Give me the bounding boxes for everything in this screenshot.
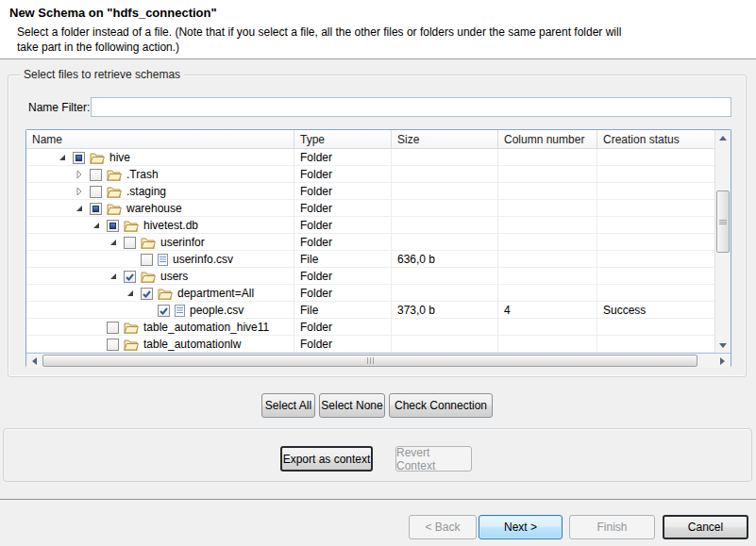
column-header-column-number[interactable]: Column number <box>504 130 584 149</box>
row-checkbox[interactable] <box>107 220 119 232</box>
folder-icon <box>124 339 139 351</box>
row-checkbox[interactable] <box>90 186 102 198</box>
down-arrow-icon <box>719 343 727 348</box>
tree-row[interactable]: warehouseFolder <box>26 200 714 217</box>
schema-tree-table: Name Type Size Column number Creation st… <box>25 129 731 368</box>
context-panel <box>3 428 752 482</box>
column-header-name[interactable]: Name <box>32 130 62 149</box>
tree-row[interactable]: .stagingFolder <box>26 183 714 200</box>
expand-arrow-icon[interactable] <box>109 268 124 285</box>
row-label: hive <box>109 151 130 164</box>
name-cell: hivetest.db <box>26 217 198 234</box>
tree-rows: hiveFolder.TrashFolder.stagingFolderware… <box>26 149 714 353</box>
cell-type: Folder <box>300 319 332 336</box>
export-as-context-button[interactable]: Export as context <box>280 446 373 472</box>
horizontal-scrollbar-thumb[interactable] <box>42 355 697 367</box>
scroll-up-button[interactable] <box>715 130 731 145</box>
name-cell: people.csv <box>26 302 244 319</box>
folder-icon <box>141 271 156 283</box>
cancel-button[interactable]: Cancel <box>663 515 748 539</box>
right-arrow-icon <box>720 357 725 365</box>
select-all-button[interactable]: Select All <box>261 393 315 418</box>
vertical-scrollbar-thumb[interactable] <box>716 190 730 253</box>
cell-size: 373,0 b <box>397 302 435 319</box>
arrow-spacer <box>92 336 107 353</box>
scroll-down-button[interactable] <box>715 338 731 353</box>
column-header-size[interactable]: Size <box>397 130 419 149</box>
row-checkbox[interactable] <box>124 237 136 249</box>
file-icon <box>175 305 185 317</box>
left-arrow-icon <box>32 357 37 365</box>
name-cell: department=All <box>26 285 254 302</box>
cell-type: Folder <box>300 183 332 200</box>
expand-arrow-icon[interactable] <box>75 183 90 200</box>
scroll-left-button[interactable] <box>26 354 42 368</box>
row-checkbox[interactable] <box>107 339 119 351</box>
table-header: Name Type Size Column number Creation st… <box>26 130 714 149</box>
expand-arrow-icon[interactable] <box>75 166 90 183</box>
row-checkbox[interactable] <box>141 254 153 266</box>
expand-arrow-icon[interactable] <box>126 285 141 302</box>
expand-arrow-icon[interactable] <box>109 234 124 251</box>
back-button: < Back <box>409 515 477 539</box>
cell-type: Folder <box>300 217 332 234</box>
header-separator <box>497 130 498 149</box>
tree-row[interactable]: department=AllFolder <box>26 285 714 302</box>
folder-icon <box>107 169 122 181</box>
folder-icon <box>107 203 122 215</box>
header-separator <box>596 130 597 149</box>
row-checkbox[interactable] <box>141 288 153 300</box>
row-checkbox[interactable] <box>90 203 102 215</box>
cell-type: Folder <box>300 166 332 183</box>
row-label: hivetest.db <box>143 219 198 232</box>
tree-row[interactable]: usersFolder <box>26 268 714 285</box>
tree-row[interactable]: .TrashFolder <box>26 166 714 183</box>
cell-creation-status: Success <box>603 302 646 319</box>
scroll-right-button[interactable] <box>714 354 730 368</box>
revert-context-button: Revert Context <box>395 446 472 472</box>
horizontal-scrollbar[interactable] <box>26 353 731 368</box>
name-filter-input[interactable] <box>91 97 731 117</box>
row-label: department=All <box>177 287 254 300</box>
cell-column-number: 4 <box>504 302 511 319</box>
arrow-spacer <box>143 302 158 319</box>
row-checkbox[interactable] <box>107 322 119 334</box>
name-filter-label: Name Filter: <box>28 101 90 114</box>
row-checkbox[interactable] <box>158 305 170 317</box>
new-schema-wizard-dialog: New Schema on "hdfs_connection" Select a… <box>0 0 756 546</box>
expand-arrow-icon[interactable] <box>92 217 107 234</box>
tree-row[interactable]: people.csvFile373,0 b4Success <box>26 302 714 319</box>
header-separator <box>391 130 392 149</box>
arrow-spacer <box>126 251 141 268</box>
row-label: table_automationlw <box>143 338 241 351</box>
row-label: users <box>160 270 188 283</box>
name-cell: .staging <box>26 183 166 200</box>
select-none-button[interactable]: Select None <box>319 393 385 418</box>
cell-type: Folder <box>300 285 332 302</box>
folder-icon <box>124 220 139 232</box>
tree-row[interactable]: table_automationlwFolder <box>26 336 714 353</box>
expand-arrow-icon[interactable] <box>58 149 73 166</box>
cell-size: 636,0 b <box>397 251 435 268</box>
cell-type: Folder <box>300 336 332 353</box>
row-checkbox[interactable] <box>73 152 85 164</box>
vertical-scrollbar[interactable] <box>714 130 731 353</box>
folder-icon <box>124 322 139 334</box>
tree-row[interactable]: hiveFolder <box>26 149 714 166</box>
page-title: New Schema on "hdfs_connection" <box>9 6 217 20</box>
next-button[interactable]: Next > <box>479 515 563 539</box>
folder-icon <box>90 152 105 164</box>
check-connection-button[interactable]: Check Connection <box>389 393 493 418</box>
folder-icon <box>141 237 156 249</box>
folder-icon <box>107 186 122 198</box>
tree-row[interactable]: table_automation_hive11Folder <box>26 319 714 336</box>
row-label: table_automation_hive11 <box>143 321 269 334</box>
tree-row[interactable]: hivetest.dbFolder <box>26 217 714 234</box>
expand-arrow-icon[interactable] <box>75 200 90 217</box>
row-checkbox[interactable] <box>124 271 136 283</box>
column-header-type[interactable]: Type <box>300 130 325 149</box>
tree-row[interactable]: userinfo.csvFile636,0 b <box>26 251 714 268</box>
row-checkbox[interactable] <box>90 169 102 181</box>
tree-row[interactable]: userinforFolder <box>26 234 714 251</box>
column-header-creation-status[interactable]: Creation status <box>603 130 680 149</box>
